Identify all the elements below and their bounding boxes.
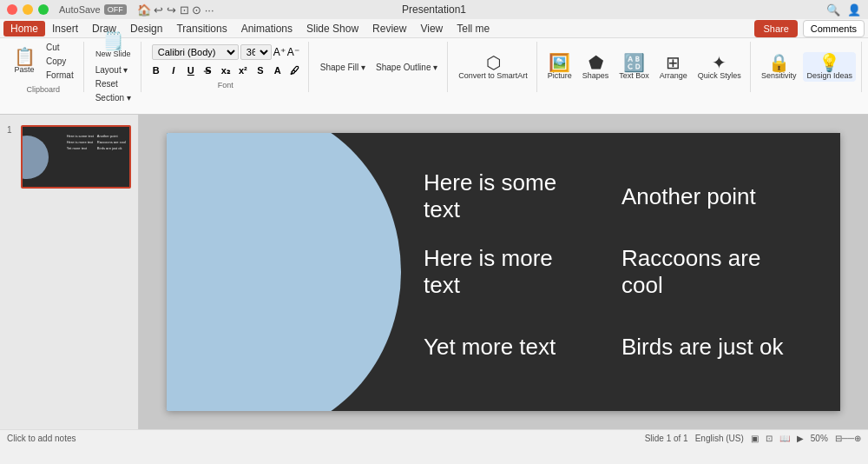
slide-cell-r1c1[interactable]: Here is some text bbox=[410, 162, 608, 230]
shadow-button[interactable]: S bbox=[253, 63, 268, 77]
autosave-area: AutoSave OFF 🏠 ↩ ↪ ⊡ ⊙ ··· bbox=[59, 3, 214, 17]
view-slideshow-icon[interactable]: ▶ bbox=[797, 434, 804, 443]
status-right: Slide 1 of 1 English (US) ▣ ⊡ 📖 ▶ 50% ⊟─… bbox=[645, 434, 861, 443]
clipboard-label: Clipboard bbox=[27, 85, 61, 94]
textbox-button[interactable]: 🔠 Text Box bbox=[615, 52, 653, 82]
slide-number-label: 1 bbox=[7, 125, 17, 135]
canvas-area[interactable]: Here is some text Another point Here is … bbox=[139, 115, 868, 429]
window-title: Presentation1 bbox=[402, 3, 466, 16]
convert-group: ⬡ Convert to SmartArt bbox=[450, 42, 537, 92]
thumb-circle bbox=[21, 136, 49, 179]
view-slide-icon[interactable]: ⊡ bbox=[766, 434, 773, 443]
slides-group: 🗒️ New Slide Layout ▾ Reset Section ▾ bbox=[86, 42, 141, 92]
menu-view[interactable]: View bbox=[413, 21, 450, 36]
design-ideas-button[interactable]: 💡 Design Ideas bbox=[803, 52, 856, 82]
paste-button[interactable]: 📋 Paste bbox=[9, 46, 40, 76]
title-bar: AutoSave OFF 🏠 ↩ ↪ ⊡ ⊙ ··· Presentation1… bbox=[0, 0, 868, 19]
font-group-label: Font bbox=[218, 81, 233, 89]
slide-canvas[interactable]: Here is some text Another point Here is … bbox=[167, 133, 840, 411]
shape-fill-button[interactable]: Shape Fill ▾ bbox=[316, 61, 370, 74]
thumb-text: Here is some text Another point Here is … bbox=[67, 134, 126, 150]
reset-button[interactable]: Reset bbox=[91, 77, 135, 90]
comments-button[interactable]: Comments bbox=[803, 20, 865, 37]
slide-cell-r3c2[interactable]: Birds are just ok bbox=[608, 327, 806, 368]
menu-review[interactable]: Review bbox=[365, 21, 413, 36]
font-family-select[interactable]: Calibri (Body) bbox=[152, 44, 239, 60]
clipboard-group: 📋 Paste Cut Copy Format Clipboard bbox=[3, 42, 84, 92]
quick-styles-button[interactable]: ✦ Quick Styles bbox=[694, 52, 745, 82]
status-bar: Click to add notes Slide 1 of 1 English … bbox=[0, 429, 868, 447]
superscript-button[interactable]: x² bbox=[235, 63, 251, 77]
slide-cell-r3c1[interactable]: Yet more text bbox=[410, 327, 608, 368]
strikethrough-button[interactable]: S̶ bbox=[201, 63, 216, 77]
title-bar-right: 🔍 👤 bbox=[826, 3, 861, 17]
minimize-button[interactable] bbox=[23, 4, 33, 15]
format-row: B I U S̶ x₂ x² S A 🖊 bbox=[148, 63, 303, 77]
slide-cell-r1c2[interactable]: Another point bbox=[608, 176, 806, 217]
slide-cell-r2c2[interactable]: Raccoons are cool bbox=[608, 238, 806, 306]
menu-home[interactable]: Home bbox=[3, 21, 45, 36]
language-label: English (US) bbox=[695, 434, 744, 443]
underline-button[interactable]: U bbox=[183, 63, 199, 77]
close-button[interactable] bbox=[7, 4, 17, 15]
highlight-button[interactable]: 🖊 bbox=[287, 63, 303, 77]
bold-button[interactable]: B bbox=[148, 63, 164, 77]
smartart-icon: ⬡ bbox=[486, 54, 501, 71]
arrange-icon: ⊞ bbox=[666, 54, 681, 71]
increase-font-icon[interactable]: A⁺ bbox=[273, 46, 286, 58]
slide-panel: 1 Here is some text Another point Here i… bbox=[0, 115, 139, 429]
textbox-icon: 🔠 bbox=[623, 54, 645, 71]
share-button[interactable]: Share bbox=[754, 20, 797, 37]
shape-group: Shape Fill ▾ Shape Outline ▾ bbox=[311, 42, 448, 92]
menu-animations[interactable]: Animations bbox=[234, 21, 299, 36]
main-area: 1 Here is some text Another point Here i… bbox=[0, 115, 868, 429]
menu-insert[interactable]: Insert bbox=[45, 21, 85, 36]
section-button[interactable]: Section ▾ bbox=[91, 91, 135, 104]
layout-button[interactable]: Layout ▾ bbox=[91, 63, 135, 76]
copy-button[interactable]: Copy bbox=[42, 55, 78, 68]
picture-icon: 🖼️ bbox=[549, 54, 570, 71]
menu-transitions[interactable]: Transitions bbox=[169, 21, 233, 36]
sensitivity-icon: 🔒 bbox=[768, 54, 790, 71]
quick-styles-icon: ✦ bbox=[712, 54, 727, 71]
menu-tellme[interactable]: Tell me bbox=[450, 21, 496, 36]
notes-hint[interactable]: Click to add notes bbox=[7, 434, 645, 443]
italic-button[interactable]: I bbox=[166, 63, 181, 77]
view-reading-icon[interactable]: 📖 bbox=[779, 434, 790, 443]
zoom-level: 50% bbox=[811, 434, 828, 443]
autosave-label: AutoSave bbox=[59, 4, 101, 15]
insert-group: 🖼️ Picture ⬟ Shapes 🔠 Text Box ⊞ Arrange… bbox=[539, 42, 751, 92]
font-color-button[interactable]: A bbox=[270, 63, 286, 77]
slide-count: Slide 1 of 1 bbox=[645, 434, 688, 443]
slide-cell-r2c1[interactable]: Here is more text bbox=[410, 238, 608, 306]
convert-smartart-button[interactable]: ⬡ Convert to SmartArt bbox=[455, 52, 531, 82]
arrange-button[interactable]: ⊞ Arrange bbox=[656, 52, 691, 82]
shapes-button[interactable]: ⬟ Shapes bbox=[579, 52, 613, 82]
zoom-slider[interactable]: ⊟──⊕ bbox=[835, 434, 861, 443]
decrease-font-icon[interactable]: A⁻ bbox=[287, 46, 299, 58]
shapes-icon: ⬟ bbox=[589, 54, 603, 71]
ribbon: 📋 Paste Cut Copy Format Clipboard 🗒️ New… bbox=[0, 38, 868, 115]
picture-button[interactable]: 🖼️ Picture bbox=[544, 52, 575, 82]
font-group: Calibri (Body) 36 A⁺ A⁻ B I U S̶ x₂ x² S… bbox=[143, 42, 309, 92]
cut-button[interactable]: Cut bbox=[42, 41, 78, 54]
window-controls bbox=[7, 4, 49, 15]
sensitivity-group: 🔒 Sensitivity 💡 Design Ideas bbox=[753, 42, 862, 92]
paste-icon: 📋 bbox=[14, 48, 36, 65]
subscript-button[interactable]: x₂ bbox=[218, 63, 233, 77]
view-normal-icon[interactable]: ▣ bbox=[751, 434, 759, 443]
sensitivity-button[interactable]: 🔒 Sensitivity bbox=[758, 52, 800, 82]
account-icon[interactable]: 👤 bbox=[847, 3, 861, 17]
new-slide-icon: 🗒️ bbox=[102, 32, 124, 50]
maximize-button[interactable] bbox=[38, 4, 49, 15]
slide-content: Here is some text Another point Here is … bbox=[167, 133, 840, 411]
format-button[interactable]: Format bbox=[42, 69, 78, 82]
slide-thumbnail[interactable]: Here is some text Another point Here is … bbox=[21, 125, 131, 189]
design-ideas-icon: 💡 bbox=[819, 54, 840, 71]
new-slide-button[interactable]: 🗒️ New Slide bbox=[92, 30, 135, 60]
font-size-select[interactable]: 36 bbox=[240, 44, 272, 60]
menu-slideshow[interactable]: Slide Show bbox=[299, 21, 365, 36]
autosave-badge[interactable]: OFF bbox=[104, 4, 127, 15]
search-icon[interactable]: 🔍 bbox=[826, 3, 840, 17]
shape-outline-button[interactable]: Shape Outline ▾ bbox=[372, 61, 442, 74]
